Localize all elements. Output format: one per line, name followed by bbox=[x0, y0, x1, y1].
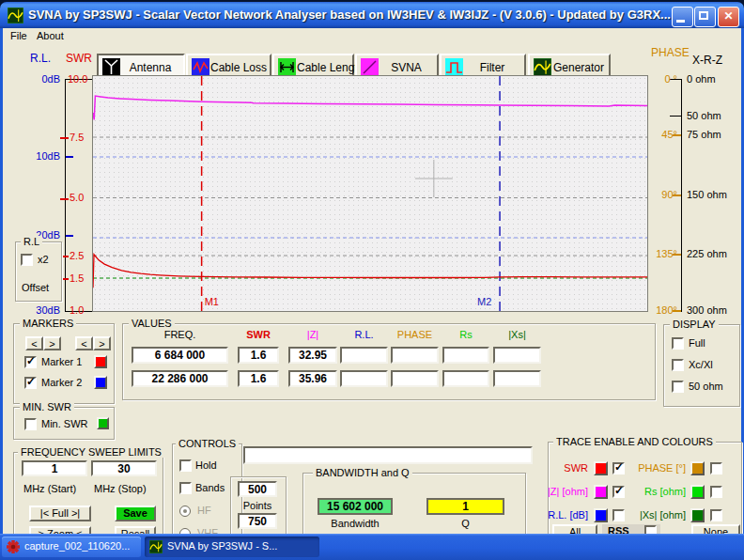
trace-phase-checkbox[interactable] bbox=[710, 462, 722, 474]
axis-tick bbox=[673, 254, 681, 256]
trace-swr-checkbox[interactable] bbox=[612, 462, 625, 474]
min-swr-panel-title: MIN. SWR bbox=[20, 401, 74, 412]
value-rs-m2[interactable] bbox=[442, 370, 489, 387]
left-axis-line bbox=[65, 79, 66, 312]
value-freq-m1[interactable]: 6 684 000 bbox=[132, 347, 228, 364]
bands-checkbox[interactable] bbox=[179, 482, 192, 494]
marker1-label: Marker 1 bbox=[41, 356, 82, 367]
trace-rl-checkbox[interactable] bbox=[612, 509, 625, 521]
freq-sweep-title: FREQUENCY SWEEP LIMITS bbox=[18, 446, 164, 458]
axis-tick bbox=[66, 235, 73, 237]
value-swr-m2[interactable]: 1.6 bbox=[238, 370, 279, 387]
freq-stop-input[interactable]: 30 bbox=[91, 460, 157, 476]
freq-sweep-panel: FREQUENCY SWEEP LIMITS 1 30 MHz (Start) … bbox=[13, 452, 163, 536]
trace-z-swatch[interactable] bbox=[594, 485, 608, 499]
q-value[interactable]: 1 bbox=[426, 498, 504, 515]
value-z-m2[interactable]: 35.96 bbox=[288, 370, 337, 387]
markers-panel-title: MARKERS bbox=[20, 318, 76, 329]
save-button[interactable]: Save bbox=[115, 506, 156, 521]
close-button[interactable]: ✕ bbox=[718, 7, 739, 27]
col-header-rl: R.L. bbox=[340, 329, 388, 340]
axis-tick bbox=[673, 194, 681, 196]
marker2-prev-button[interactable]: < bbox=[75, 336, 93, 350]
axis-tick bbox=[60, 137, 69, 140]
minimize-button[interactable] bbox=[672, 7, 693, 27]
value-swr-m1[interactable]: 1.6 bbox=[238, 347, 279, 364]
marker1-color-swatch[interactable] bbox=[94, 355, 107, 368]
points-top-input[interactable]: 500 bbox=[238, 481, 277, 497]
chart-plot-area[interactable]: M1M2 bbox=[92, 75, 648, 312]
min-swr-checkbox[interactable] bbox=[24, 418, 37, 430]
swr-axis-tick-label: 1.0 bbox=[70, 304, 84, 316]
full-checkbox[interactable] bbox=[672, 337, 684, 350]
value-rs-m1[interactable] bbox=[442, 347, 489, 364]
axis-tick bbox=[673, 134, 681, 136]
col-header-freq: FREQ. bbox=[132, 329, 228, 340]
maximize-button[interactable] bbox=[694, 7, 716, 27]
window-titlebar[interactable]: SVNA by SP3SWJ - Scalar Vector Network A… bbox=[0, 2, 744, 28]
hf-radio[interactable] bbox=[179, 506, 191, 517]
xcxl-checkbox[interactable] bbox=[672, 359, 684, 371]
value-rl-m2[interactable] bbox=[340, 370, 388, 387]
trace-rl-swatch[interactable] bbox=[594, 508, 608, 522]
points-bottom-input[interactable]: 750 bbox=[238, 513, 277, 529]
trace-panel-title: TRACE ENABLE AND COLOURS bbox=[553, 436, 716, 447]
trace-rs-checkbox[interactable] bbox=[710, 486, 722, 498]
bandwidth-panel-title: BANDWIDTH and Q bbox=[313, 467, 412, 478]
value-rl-m1[interactable] bbox=[340, 347, 388, 364]
trace-z-checkbox[interactable] bbox=[612, 486, 625, 498]
swr-axis-tick-label: 1.5 bbox=[70, 272, 84, 284]
value-phase-m2[interactable] bbox=[391, 370, 439, 387]
min-swr-color-swatch[interactable] bbox=[97, 417, 109, 429]
marker2-next-button[interactable]: > bbox=[93, 336, 111, 350]
marker1-prev-button[interactable]: < bbox=[25, 336, 43, 350]
command-input[interactable] bbox=[243, 446, 533, 464]
value-phase-m1[interactable] bbox=[391, 347, 439, 364]
freq-start-input[interactable]: 1 bbox=[22, 460, 87, 476]
taskbar-button-capture[interactable]: capture_002_110620... bbox=[2, 537, 141, 557]
cable-loss-icon bbox=[192, 58, 209, 76]
menu-file[interactable]: File bbox=[10, 30, 27, 41]
tab-label: Generator bbox=[552, 61, 605, 74]
trace-xs-checkbox[interactable] bbox=[710, 509, 722, 521]
marker2-color-swatch[interactable] bbox=[94, 376, 107, 389]
col-header-xs: |Xs| bbox=[493, 329, 541, 340]
value-freq-m2[interactable]: 22 286 000 bbox=[132, 370, 228, 387]
marker2-checkbox[interactable] bbox=[24, 377, 37, 389]
axis-tick bbox=[673, 310, 681, 312]
full-span-button[interactable]: |< Full >| bbox=[29, 506, 91, 521]
value-xs-m1[interactable] bbox=[493, 347, 541, 364]
bandwidth-value[interactable]: 15 602 000 bbox=[318, 498, 393, 515]
tab-label: SVNA bbox=[380, 61, 433, 74]
col-header-z: |Z| bbox=[288, 329, 337, 340]
cable-length-icon bbox=[278, 58, 296, 76]
x2-checkbox[interactable] bbox=[21, 254, 33, 266]
tab-label: Antenna bbox=[121, 61, 179, 74]
full-label: Full bbox=[689, 337, 705, 349]
value-xs-m2[interactable] bbox=[493, 370, 541, 387]
trace-phase-swatch[interactable] bbox=[690, 461, 705, 475]
trace-swr-label: SWR bbox=[543, 462, 588, 474]
marker1-next-button[interactable]: > bbox=[43, 336, 61, 350]
swr-axis-tick-label: 7.5 bbox=[70, 132, 84, 143]
hold-checkbox[interactable] bbox=[179, 459, 192, 472]
menu-bar: File About bbox=[3, 28, 741, 46]
trace-xs-swatch[interactable] bbox=[690, 508, 705, 522]
menu-about[interactable]: About bbox=[37, 30, 64, 41]
swr-axis-tick-label: 10.0 bbox=[68, 73, 87, 85]
taskbar-button-svna[interactable]: SVNA by SP3SWJ - S... bbox=[145, 537, 319, 557]
tab-label: Cable Length bbox=[297, 61, 349, 74]
marker1-checkbox[interactable] bbox=[24, 356, 37, 368]
offset-label: Offset bbox=[22, 282, 49, 293]
ohm-axis-tick-label: 150 ohm bbox=[687, 189, 727, 200]
min-swr-label: Min. SWR bbox=[41, 418, 88, 429]
ohm-axis-tick-label: 0 ohm bbox=[687, 73, 716, 85]
value-z-m1[interactable]: 32.95 bbox=[288, 347, 337, 364]
50ohm-label: 50 ohm bbox=[689, 381, 723, 392]
axis-tick bbox=[670, 116, 681, 117]
trace-swr-swatch[interactable] bbox=[594, 461, 608, 475]
desktop: SVNA by SP3SWJ - Scalar Vector Network A… bbox=[0, 0, 744, 560]
trace-rs-swatch[interactable] bbox=[690, 485, 705, 499]
50ohm-checkbox[interactable] bbox=[672, 381, 684, 393]
ohm-axis-tick-label: 225 ohm bbox=[687, 248, 727, 259]
